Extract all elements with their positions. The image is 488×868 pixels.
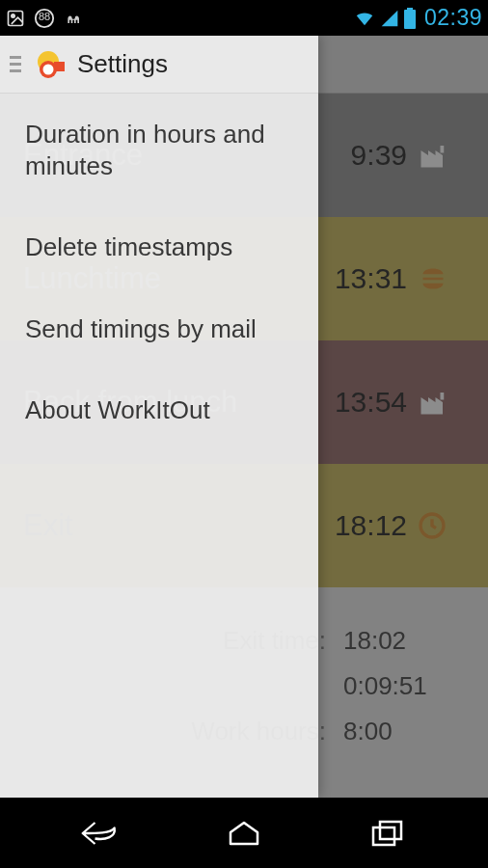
status-bar: 88 02:39	[0, 0, 488, 36]
menu-icon[interactable]	[8, 56, 25, 72]
drawer-header: Settings	[0, 36, 318, 94]
drawer-item-about[interactable]: About WorkItOut	[0, 369, 318, 451]
app-icon	[35, 48, 68, 81]
drawer-item-delete[interactable]: Delete timestamps	[0, 206, 318, 288]
cell-signal-icon	[380, 9, 399, 28]
camel-icon	[64, 9, 85, 28]
battery-pct-icon: 88	[34, 8, 55, 29]
status-clock: 02:39	[424, 5, 482, 31]
drawer-item-duration[interactable]: Duration in hours and minutes	[0, 94, 318, 206]
svg-rect-0	[9, 11, 23, 25]
wifi-icon	[353, 8, 376, 29]
svg-rect-10	[373, 827, 394, 845]
svg-rect-9	[54, 62, 65, 71]
svg-point-8	[43, 64, 54, 74]
picture-icon	[6, 9, 25, 28]
settings-drawer: Settings Duration in hours and minutes D…	[0, 36, 318, 798]
drawer-title: Settings	[77, 49, 168, 79]
svg-rect-3	[404, 10, 416, 29]
back-button[interactable]	[57, 809, 144, 857]
home-button[interactable]	[201, 809, 287, 857]
svg-rect-11	[380, 822, 401, 839]
svg-rect-4	[407, 8, 413, 11]
svg-point-1	[12, 14, 14, 16]
nav-bar	[0, 798, 488, 868]
recent-apps-button[interactable]	[344, 809, 431, 857]
battery-pct: 88	[34, 11, 55, 22]
battery-icon	[403, 8, 417, 29]
drawer-item-send-mail[interactable]: Send timings by mail	[0, 288, 318, 370]
